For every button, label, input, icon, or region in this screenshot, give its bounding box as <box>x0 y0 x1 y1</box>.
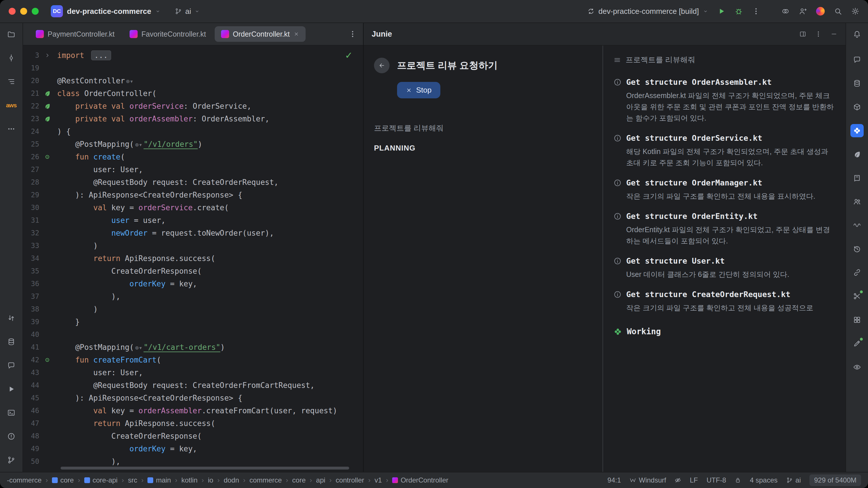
code-line[interactable]: 26 fun create( <box>23 151 363 163</box>
code-line[interactable]: 24) { <box>23 125 363 138</box>
readonly-toggle[interactable] <box>735 477 741 483</box>
breadcrumb-item[interactable]: core-api <box>84 476 118 484</box>
code-line[interactable]: 38 ) <box>23 303 363 316</box>
mapping-gutter-icon[interactable] <box>39 154 55 160</box>
memory-indicator[interactable]: 929 of 5400M <box>809 475 861 486</box>
code-line[interactable]: 34 return ApiResponse.success( <box>23 252 363 265</box>
editor-tab[interactable]: FavoriteController.kt <box>123 26 212 42</box>
line-number[interactable]: 3 <box>23 51 39 59</box>
minimize-window-button[interactable] <box>20 8 27 15</box>
terminal-icon[interactable] <box>5 406 18 419</box>
breadcrumb-item[interactable]: kotlin <box>181 476 197 484</box>
git-icon[interactable] <box>5 453 18 467</box>
code-line[interactable]: 46 val key = orderAssembler.createFromCa… <box>23 404 363 417</box>
code-line[interactable]: 25 @PostMapping(⊕▾"/v1/orders") <box>23 138 363 151</box>
horizontal-scrollbar[interactable] <box>61 467 349 469</box>
close-window-button[interactable] <box>9 8 16 15</box>
ai-assistant-icon[interactable] <box>781 7 789 15</box>
code-line[interactable]: 35 CreateOrderResponse( <box>23 265 363 278</box>
code-line[interactable]: 43 user: User, <box>23 366 363 379</box>
line-number[interactable]: 19 <box>23 64 39 72</box>
code-line[interactable]: 27 user: User, <box>23 163 363 176</box>
profiler-icon[interactable] <box>850 219 864 232</box>
line-number[interactable]: 44 <box>23 381 39 389</box>
line-number[interactable]: 35 <box>23 267 39 275</box>
code-line[interactable]: 30 val key = orderService.create( <box>23 201 363 214</box>
structure-icon[interactable] <box>5 75 18 88</box>
more-tool-windows-icon[interactable] <box>5 122 18 135</box>
breadcrumb-item[interactable]: api <box>316 476 325 484</box>
spring-bean-icon[interactable] <box>39 103 55 109</box>
database-icon[interactable] <box>5 335 18 349</box>
code-line[interactable]: 47 return ApiResponse.success( <box>23 417 363 430</box>
more-actions-icon[interactable] <box>752 7 760 15</box>
line-number[interactable]: 34 <box>23 254 39 262</box>
line-number[interactable]: 39 <box>23 318 39 326</box>
code-line[interactable]: 42 fun createFromCart( <box>23 354 363 366</box>
caret-position[interactable]: 94:1 <box>608 476 621 484</box>
git-branch[interactable]: ai <box>786 476 801 484</box>
code-line[interactable]: 22 private val orderService: OrderServic… <box>23 100 363 112</box>
code-line[interactable]: 20@RestController⊕▾ <box>23 74 363 87</box>
project-icon[interactable] <box>5 28 18 41</box>
notes-icon[interactable] <box>850 337 864 350</box>
inspections-ok-icon[interactable]: ✓ <box>345 51 352 60</box>
code-line[interactable]: 41 @PostMapping(⊕▾"/v1/cart-orders") <box>23 341 363 354</box>
documentation-icon[interactable] <box>850 171 864 185</box>
line-number[interactable]: 28 <box>23 178 39 186</box>
line-number[interactable]: 46 <box>23 407 39 415</box>
notifications-icon[interactable] <box>850 28 864 41</box>
breadcrumb-item[interactable]: -commerce <box>7 476 41 484</box>
indent-style[interactable]: 4 spaces <box>750 476 777 484</box>
code-line[interactable]: 32 newOrder = request.toNewOrder(user), <box>23 227 363 239</box>
branch-widget[interactable]: ai <box>175 7 200 16</box>
breadcrumb-item[interactable]: src <box>128 476 137 484</box>
code-with-me-icon[interactable] <box>850 195 864 208</box>
code-line[interactable]: 44 @RequestBody request: CreateOrderFrom… <box>23 379 363 392</box>
editor-tab[interactable]: OrderController.kt <box>215 26 306 42</box>
layout-icon[interactable] <box>799 31 806 37</box>
fold-chevron-icon[interactable] <box>39 52 55 59</box>
code-line[interactable]: 36 orderKey = key, <box>23 278 363 290</box>
line-number[interactable]: 43 <box>23 368 39 377</box>
line-number[interactable]: 31 <box>23 216 39 224</box>
line-number[interactable]: 36 <box>23 280 39 288</box>
spring-bean-icon[interactable] <box>39 90 55 97</box>
breadcrumb-item[interactable]: OrderController <box>392 476 448 484</box>
code-line[interactable]: 40 <box>23 328 363 341</box>
line-number[interactable]: 37 <box>23 292 39 300</box>
code-line[interactable]: 50 ), <box>23 455 363 468</box>
more-options-icon[interactable] <box>815 31 822 37</box>
line-number[interactable]: 49 <box>23 445 39 453</box>
line-number[interactable]: 23 <box>23 115 39 123</box>
junie-icon[interactable] <box>850 124 864 137</box>
file-encoding[interactable]: UTF-8 <box>706 476 726 484</box>
code-with-me-icon[interactable] <box>799 7 807 15</box>
code-line[interactable]: 3import ... <box>23 49 363 62</box>
settings-icon[interactable] <box>851 7 859 15</box>
gradle-icon[interactable] <box>850 100 864 113</box>
code-line[interactable]: 29 ): ApiResponse<CreateOrderResponse> { <box>23 189 363 201</box>
line-number[interactable]: 48 <box>23 432 39 440</box>
breadcrumb-item[interactable]: commerce <box>250 476 282 484</box>
history-icon[interactable] <box>850 242 864 256</box>
line-number[interactable]: 26 <box>23 153 39 161</box>
spring-bean-icon[interactable] <box>39 116 55 122</box>
gateway-icon[interactable] <box>850 266 864 279</box>
commit-icon[interactable] <box>5 51 18 65</box>
mapping-gutter-icon[interactable] <box>39 356 55 363</box>
line-number[interactable]: 21 <box>23 89 39 97</box>
run-button[interactable] <box>717 7 725 15</box>
line-number[interactable]: 41 <box>23 343 39 351</box>
database-icon[interactable] <box>850 77 864 90</box>
line-separator[interactable]: LF <box>690 476 698 484</box>
line-number[interactable]: 50 <box>23 457 39 465</box>
breadcrumb-item[interactable]: core <box>52 476 74 484</box>
code-line[interactable]: 45 ): ApiResponse<CreateOrderResponse> { <box>23 392 363 404</box>
zoom-window-button[interactable] <box>32 8 39 15</box>
run-tool-icon[interactable] <box>5 383 18 396</box>
code-editor[interactable]: 3import ...1920@RestController⊕▾21class … <box>23 45 363 472</box>
code-line[interactable]: 39 } <box>23 316 363 328</box>
code-line[interactable]: 23 private val orderAssembler: OrderAsse… <box>23 112 363 125</box>
breadcrumb-item[interactable]: core <box>292 476 306 484</box>
